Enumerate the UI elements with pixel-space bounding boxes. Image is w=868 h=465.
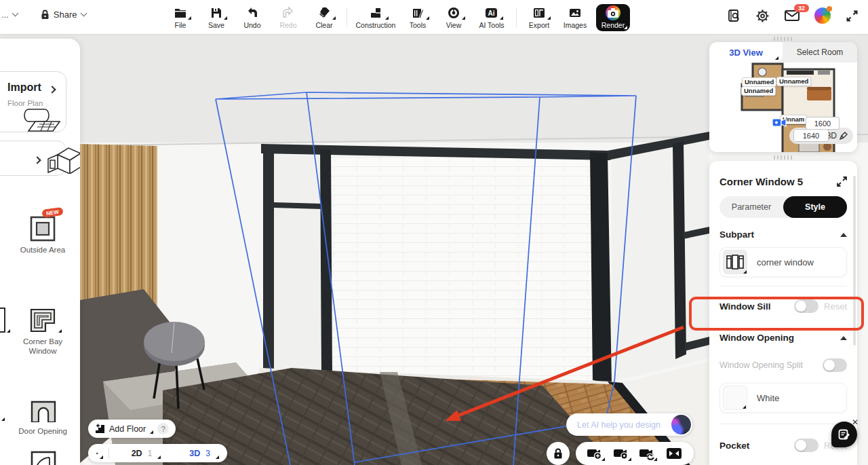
panel-scrollbar[interactable] (853, 176, 856, 346)
white-color-thumbnail (723, 386, 747, 410)
tools-icon (411, 6, 425, 20)
pocket-toggle[interactable] (794, 439, 818, 452)
tools-button[interactable]: Tools (403, 6, 433, 29)
ai-tools-button[interactable]: Ai AI Tools (475, 6, 509, 29)
pocket-row: Pocket Reset (719, 435, 847, 455)
construction-button[interactable]: Construction (355, 6, 397, 29)
opening-color-item[interactable]: White (719, 383, 847, 413)
dimension-input-width[interactable]: 1600 (806, 117, 840, 130)
corner-bay-window-icon (29, 308, 56, 333)
undo-icon (245, 6, 259, 20)
avatar-status-dot (827, 6, 832, 12)
add-camera-button[interactable] (587, 446, 604, 461)
parameter-style-tabs: Parameter Style (719, 196, 847, 218)
room-label[interactable]: Unnamed (742, 77, 776, 87)
corner-mark (628, 458, 631, 461)
expand-icon (846, 10, 859, 22)
share-button[interactable]: Share (54, 10, 77, 20)
minimap-card: 3D View Select Room (709, 42, 857, 152)
settings-button[interactable] (755, 9, 770, 23)
view-button[interactable]: View (439, 6, 469, 29)
render-button[interactable]: Render (596, 4, 630, 31)
fit-screen-icon (667, 447, 682, 460)
panel-drag-handle[interactable] (774, 155, 794, 160)
lock-view-button[interactable] (547, 442, 570, 465)
dimension-input-height[interactable]: 1640 (793, 129, 829, 142)
toolbar-separator (516, 8, 517, 27)
import-floor-plan-card[interactable]: Import Floor Plan (0, 71, 66, 132)
corner-window-thumbnail (723, 250, 747, 274)
layer-style-icon[interactable] (96, 448, 98, 459)
door-icon-partial[interactable] (31, 451, 56, 465)
expand-panel-icon[interactable] (837, 176, 847, 187)
sidebar-item-label: Corner Bay (5, 337, 80, 347)
floor-plan-map[interactable]: Unnamed Unnamed Unnamed Unnam 3D 1600 16… (709, 62, 857, 152)
corner-window-glyph (726, 254, 744, 270)
note-pen-icon (838, 428, 850, 441)
window-frame-mullion (320, 149, 332, 375)
camera-tools-bar (576, 442, 694, 465)
ai-prompt-input[interactable] (577, 420, 665, 430)
corner-mark (743, 405, 746, 409)
corner-mark (58, 329, 62, 333)
pocket-label: Pocket (719, 441, 794, 451)
tab-3d-view[interactable]: 3D View (709, 42, 783, 62)
save-icon (210, 6, 223, 20)
material-library-button[interactable] (727, 9, 741, 22)
collapse-icon[interactable] (840, 336, 847, 340)
view-2d-button[interactable]: 2D (132, 449, 142, 458)
export-button[interactable]: Export (524, 6, 554, 29)
export-icon (532, 6, 546, 20)
room-label[interactable]: Unnamed (741, 86, 776, 96)
user-avatar[interactable] (814, 7, 831, 24)
floor-2d-count: 1 (148, 449, 153, 458)
room-label[interactable]: Unnamed (776, 77, 811, 86)
clear-button[interactable]: Clear (309, 6, 339, 29)
tab-parameter[interactable]: Parameter (719, 196, 783, 218)
window-sill-reset[interactable]: Reset (824, 301, 847, 312)
tab-select-room[interactable]: Select Room (783, 42, 857, 62)
window-opening-split-toggle[interactable] (823, 358, 847, 372)
window-sill-toggle[interactable] (794, 299, 818, 313)
fullscreen-button[interactable] (846, 10, 859, 22)
corner-mark (150, 430, 153, 434)
add-floor-icon (95, 424, 105, 434)
window-opening-split-label: Window Opening Split (719, 360, 823, 370)
camera-marker-icon[interactable] (772, 117, 787, 129)
view-3d-button[interactable]: 3D (189, 449, 200, 458)
inspector-title: Corner Window 5 (719, 176, 803, 187)
file-button[interactable]: File (165, 6, 195, 29)
close-fab-icon[interactable]: ✕ (852, 417, 859, 427)
sidebar-item-label: Outside Area (5, 246, 80, 255)
corner-mark (601, 458, 605, 461)
sidebar-item-partial-icon[interactable] (0, 308, 5, 333)
messages-button[interactable]: 32 (785, 10, 800, 22)
fit-screen-button[interactable] (665, 446, 683, 461)
new-badge: NEW (41, 207, 63, 218)
ai-tools-icon: Ai (484, 6, 499, 20)
lock-icon (41, 10, 50, 20)
collapse-icon[interactable] (840, 233, 847, 237)
subpart-item-corner-window[interactable]: corner window (719, 247, 847, 277)
redo-button[interactable]: Redo (273, 6, 303, 29)
panel-drag-handle[interactable] (774, 37, 794, 41)
gear-icon (755, 9, 770, 23)
main-toolbar: File Save Undo Redo (165, 3, 630, 33)
images-button[interactable]: Images (560, 6, 590, 29)
ai-orb-icon[interactable] (671, 415, 691, 434)
corner-mark (743, 270, 747, 274)
undo-button[interactable]: Undo (237, 6, 267, 29)
save-button[interactable]: Save (201, 6, 231, 29)
tab-style[interactable]: Style (783, 196, 847, 218)
add-floor-button[interactable]: Add Floor ? (88, 420, 176, 438)
outside-area-icon (30, 216, 56, 242)
camera-settings-button[interactable] (613, 446, 631, 461)
project-menu[interactable]: ... (1, 10, 9, 20)
corner-mark (157, 455, 161, 459)
help-button[interactable]: ? (157, 423, 169, 434)
room-tool-card[interactable] (0, 141, 66, 176)
camera-switch-button[interactable] (639, 446, 656, 461)
corner-mark (654, 458, 657, 461)
chevron-down-icon (12, 10, 18, 17)
file-icon (174, 6, 187, 20)
